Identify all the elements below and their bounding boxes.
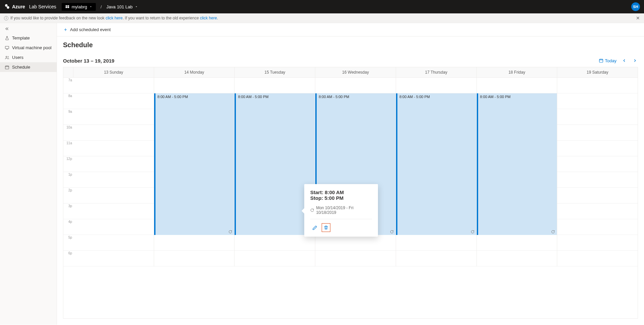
flask-icon <box>5 36 9 40</box>
trash-icon <box>324 225 328 230</box>
time-slot: 6p <box>63 251 73 266</box>
scheduled-event[interactable]: 8:00 AM - 5:00 PM <box>477 93 557 235</box>
event-time-label: 8:00 AM - 5:00 PM <box>157 95 188 99</box>
calendar-icon <box>5 65 9 70</box>
sidebar: TemplateVirtual machine poolUsersSchedul… <box>0 23 57 325</box>
day-column[interactable]: 8:00 AM - 5:00 PM <box>396 78 477 266</box>
next-week-button[interactable] <box>632 58 638 64</box>
brand-text: Azure Lab Services <box>12 4 56 9</box>
recurring-icon <box>229 230 232 234</box>
time-slot: 11a <box>63 141 73 156</box>
feedback-link[interactable]: click here <box>106 16 123 20</box>
day-column[interactable] <box>557 78 638 266</box>
day-column[interactable]: 8:00 AM - 5:00 PM <box>235 78 315 266</box>
top-bar: Azure Lab Services mylabrg / Java 101 La… <box>0 0 644 13</box>
scheduled-event[interactable]: 8:00 AM - 5:00 PM <box>396 93 476 235</box>
date-range-row: October 13 – 19, 2019 Today <box>57 52 644 67</box>
time-slot: 7a <box>63 78 73 93</box>
calendar-grid: 7a8a9a10a11a12p1p2p3p4p5p6p 8:00 AM - 5:… <box>63 78 638 266</box>
time-slot: 3p <box>63 204 73 219</box>
scheduled-event[interactable]: 8:00 AM - 5:00 PM <box>235 93 315 235</box>
breadcrumb-lab[interactable]: Java 101 Lab <box>107 4 138 9</box>
day-header: 17 Thursday <box>396 67 477 77</box>
sidebar-item-label: Template <box>12 35 30 40</box>
today-label: Today <box>605 58 617 63</box>
day-column[interactable]: 8:00 AM - 5:00 PM <box>154 78 235 266</box>
event-time-label: 8:00 AM - 5:00 PM <box>238 95 268 99</box>
calendar-header: 13 Sunday14 Monday15 Tuesday16 Wednesday… <box>63 67 638 78</box>
day-column[interactable]: 8:00 AM - 5:00 PM <box>477 78 558 266</box>
sidebar-item-label: Virtual machine pool <box>12 45 52 50</box>
infobar-text: . If you want to return to the old exper… <box>123 16 200 20</box>
add-scheduled-event-button[interactable]: ＋ Add scheduled event <box>63 26 638 33</box>
time-slot: 8a <box>63 93 73 109</box>
info-bar: i If you would like to provide feedback … <box>0 13 644 23</box>
sidebar-item-template[interactable]: Template <box>0 33 57 43</box>
sidebar-item-users[interactable]: Users <box>0 53 57 62</box>
chevron-left-icon <box>622 58 627 63</box>
sidebar-item-virtual-machine-pool[interactable]: Virtual machine pool <box>0 43 57 53</box>
delete-event-button[interactable] <box>322 223 330 232</box>
edit-event-button[interactable] <box>310 223 319 232</box>
scheduled-event[interactable]: 8:00 AM - 5:00 PM <box>154 93 235 235</box>
users-icon <box>5 55 9 60</box>
time-slot: 9a <box>63 109 73 125</box>
svg-rect-2 <box>5 66 9 69</box>
day-header: 14 Monday <box>154 67 235 77</box>
event-time-label: 8:00 AM - 5:00 PM <box>319 95 349 99</box>
event-popup: Start: 8:00 AM Stop: 5:00 PM Mon 10/14/2… <box>304 184 378 237</box>
resource-group-icon <box>65 4 70 9</box>
event-time-label: 8:00 AM - 5:00 PM <box>399 95 430 99</box>
popup-actions <box>310 223 372 232</box>
time-column: 7a8a9a10a11a12p1p2p3p4p5p6p <box>63 78 73 266</box>
range-controls: Today <box>599 58 638 64</box>
main-layout: TemplateVirtual machine poolUsersSchedul… <box>0 23 644 325</box>
resource-group-label: mylabrg <box>72 4 87 9</box>
topbar-left: Azure Lab Services mylabrg / Java 101 La… <box>4 3 138 11</box>
monitor-icon <box>5 46 9 50</box>
recurrence-text: Mon 10/14/2019 - Fri 10/18/2019 <box>316 206 372 215</box>
day-header: 19 Saturday <box>557 67 638 77</box>
chevron-down-icon <box>89 5 92 8</box>
user-avatar[interactable]: SH <box>631 2 640 11</box>
sidebar-collapse-button[interactable] <box>0 24 57 33</box>
time-slot: 12p <box>63 156 73 172</box>
content-area: ＋ Add scheduled event Schedule October 1… <box>57 23 644 325</box>
add-button-label: Add scheduled event <box>70 27 111 32</box>
plus-icon: ＋ <box>63 26 68 33</box>
popup-start-time: Start: 8:00 AM <box>310 189 372 195</box>
chevron-left-double-icon <box>5 26 9 31</box>
time-column-header <box>63 67 73 77</box>
toolbar: ＋ Add scheduled event <box>57 23 644 36</box>
lab-label: Java 101 Lab <box>107 4 133 9</box>
popup-recurrence: Mon 10/14/2019 - Fri 10/18/2019 <box>310 206 372 219</box>
prev-week-button[interactable] <box>621 58 627 64</box>
sidebar-item-label: Users <box>12 55 23 60</box>
svg-point-1 <box>6 56 7 57</box>
day-header: 18 Friday <box>477 67 558 77</box>
time-slot: 1p <box>63 172 73 188</box>
close-icon[interactable]: ✕ <box>636 15 640 21</box>
chevron-right-icon <box>633 58 637 63</box>
sidebar-item-schedule[interactable]: Schedule <box>0 62 57 72</box>
recurring-icon <box>551 230 555 234</box>
breadcrumb-resource-group[interactable]: mylabrg <box>62 3 96 11</box>
old-experience-link[interactable]: click here <box>200 16 217 20</box>
date-range-label: October 13 – 19, 2019 <box>63 58 114 64</box>
breadcrumb-separator: / <box>101 4 102 9</box>
day-column[interactable] <box>73 78 154 266</box>
page-title: Schedule <box>63 41 638 49</box>
event-time-label: 8:00 AM - 5:00 PM <box>480 95 511 99</box>
day-header: 13 Sunday <box>73 67 154 77</box>
time-slot: 2p <box>63 188 73 204</box>
time-slot: 10a <box>63 125 73 141</box>
popup-stop-time: Stop: 5:00 PM <box>310 195 372 201</box>
infobar-text: If you would like to provide feedback on… <box>10 16 106 20</box>
time-slot: 4p <box>63 219 73 235</box>
recurring-icon <box>471 230 474 234</box>
pencil-icon <box>312 225 317 230</box>
day-column[interactable]: 8:00 AM - 5:00 PM <box>315 78 396 266</box>
today-button[interactable]: Today <box>599 58 617 63</box>
page-header: Schedule <box>57 36 644 52</box>
svg-rect-0 <box>5 46 9 49</box>
